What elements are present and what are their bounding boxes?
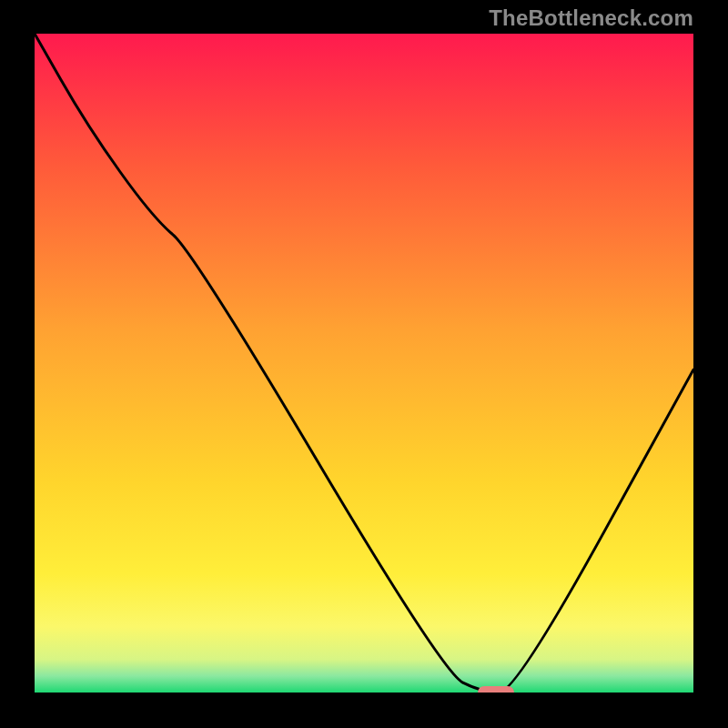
- bottleneck-curve: [35, 34, 693, 693]
- plot-area: [35, 34, 693, 693]
- chart-frame: TheBottleneck.com: [0, 0, 728, 728]
- optimum-marker: [478, 686, 514, 693]
- watermark-text: TheBottleneck.com: [489, 5, 693, 31]
